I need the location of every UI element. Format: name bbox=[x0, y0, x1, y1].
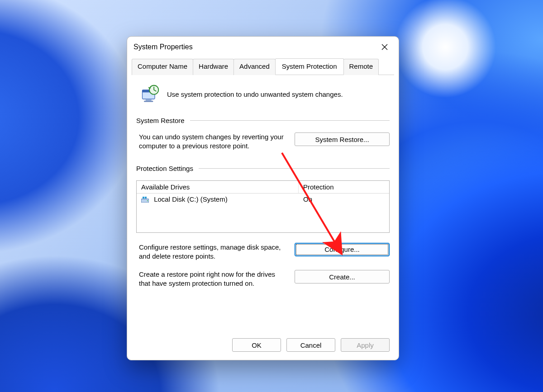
drive-name: Local Disk (C:) (System) bbox=[154, 195, 228, 203]
svg-point-11 bbox=[147, 200, 148, 201]
table-body: Local Disk (C:) (System) On bbox=[137, 194, 389, 232]
svg-rect-4 bbox=[146, 99, 152, 101]
tab-content: Use system protection to undo unwanted s… bbox=[127, 75, 399, 332]
row-create: Create a restore point right now for the… bbox=[136, 270, 390, 288]
cancel-button[interactable]: Cancel bbox=[286, 338, 335, 352]
tab-hardware[interactable]: Hardware bbox=[193, 59, 234, 75]
apply-button[interactable]: Apply bbox=[341, 338, 390, 352]
col-header-protection: Protection bbox=[299, 181, 389, 193]
drive-icon bbox=[141, 197, 149, 203]
configure-button[interactable]: Configure... bbox=[295, 243, 390, 256]
table-row[interactable]: Local Disk (C:) (System) On bbox=[137, 194, 389, 205]
section-protection-settings: Protection Settings bbox=[136, 165, 390, 172]
drive-protection: On bbox=[299, 194, 389, 205]
table-header: Available Drives Protection bbox=[137, 181, 389, 194]
titlebar: System Properties bbox=[127, 37, 399, 58]
section-header-label: System Restore bbox=[136, 117, 185, 124]
section-system-restore: System Restore bbox=[136, 117, 390, 124]
svg-rect-10 bbox=[145, 197, 147, 198]
section-rule bbox=[199, 168, 390, 169]
tab-system-protection[interactable]: System Protection bbox=[275, 58, 344, 75]
configure-description: Configure restore settings, manage disk … bbox=[136, 243, 286, 261]
svg-rect-5 bbox=[144, 101, 153, 102]
intro-text: Use system protection to undo unwanted s… bbox=[167, 90, 343, 98]
close-icon bbox=[381, 44, 388, 50]
col-header-drives: Available Drives bbox=[137, 181, 299, 193]
intro-row: Use system protection to undo unwanted s… bbox=[140, 84, 390, 104]
section-header-label: Protection Settings bbox=[136, 165, 193, 172]
tab-remote[interactable]: Remote bbox=[343, 59, 379, 75]
dialog-footer: OK Cancel Apply bbox=[127, 332, 399, 360]
ok-button[interactable]: OK bbox=[232, 338, 281, 352]
system-properties-dialog: System Properties Computer Name Hardware… bbox=[127, 36, 399, 360]
window-title: System Properties bbox=[133, 43, 193, 51]
system-restore-icon bbox=[140, 84, 160, 104]
tab-strip: Computer Name Hardware Advanced System P… bbox=[132, 58, 394, 75]
system-restore-button[interactable]: System Restore... bbox=[295, 132, 390, 146]
drives-table[interactable]: Available Drives Protection Local Disk (… bbox=[136, 180, 390, 233]
section-rule bbox=[190, 120, 390, 121]
row-system-restore: You can undo system changes by reverting… bbox=[136, 132, 390, 151]
create-description: Create a restore point right now for the… bbox=[136, 270, 286, 288]
tab-advanced[interactable]: Advanced bbox=[233, 59, 276, 75]
svg-rect-9 bbox=[143, 197, 144, 198]
create-button[interactable]: Create... bbox=[295, 270, 390, 283]
restore-description: You can undo system changes by reverting… bbox=[136, 132, 286, 151]
row-configure: Configure restore settings, manage disk … bbox=[136, 243, 390, 261]
tab-computer-name[interactable]: Computer Name bbox=[132, 59, 193, 75]
close-button[interactable] bbox=[375, 40, 394, 54]
